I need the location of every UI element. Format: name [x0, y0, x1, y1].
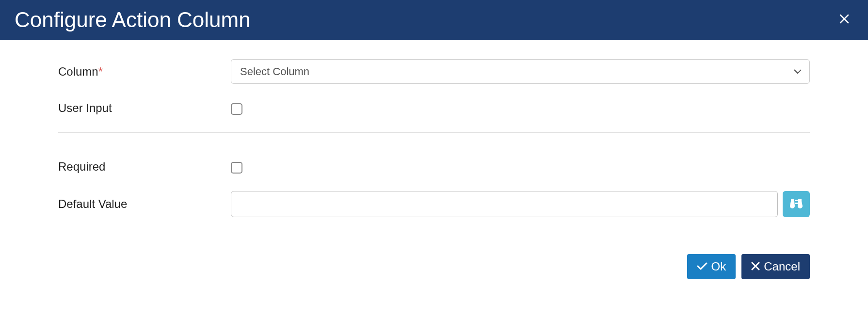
modal-header: Configure Action Column: [0, 0, 868, 40]
default-value-input[interactable]: [231, 191, 778, 217]
user-input-label: User Input: [58, 101, 231, 115]
form-row-user-input: User Input: [58, 101, 810, 115]
modal-footer: Ok Cancel: [0, 244, 868, 299]
cancel-label: Cancel: [764, 260, 800, 273]
lookup-button[interactable]: [783, 191, 810, 217]
close-button[interactable]: [835, 13, 853, 27]
close-icon: [839, 12, 850, 27]
required-asterisk: *: [98, 65, 103, 78]
cancel-button[interactable]: Cancel: [741, 254, 810, 279]
required-label: Required: [58, 160, 231, 174]
svg-rect-2: [791, 199, 794, 201]
form-row-default-value: Default Value: [58, 191, 810, 217]
ok-button[interactable]: Ok: [687, 254, 736, 279]
user-input-checkbox[interactable]: [231, 103, 242, 115]
ok-label: Ok: [711, 260, 726, 273]
default-value-label: Default Value: [58, 197, 231, 211]
modal-body: Column* Select Column User Input Require…: [0, 40, 868, 244]
form-row-required: Required: [58, 160, 810, 174]
required-checkbox[interactable]: [231, 162, 242, 174]
divider: [58, 132, 810, 133]
check-icon: [697, 260, 707, 273]
binoculars-icon: [789, 197, 803, 211]
modal-title: Configure Action Column: [15, 8, 251, 32]
svg-rect-5: [795, 203, 798, 204]
form-row-column: Column* Select Column: [58, 59, 810, 84]
svg-rect-4: [795, 200, 798, 201]
column-label: Column*: [58, 65, 231, 79]
cancel-icon: [751, 260, 760, 273]
column-select[interactable]: Select Column: [231, 59, 810, 84]
svg-rect-3: [798, 199, 802, 201]
